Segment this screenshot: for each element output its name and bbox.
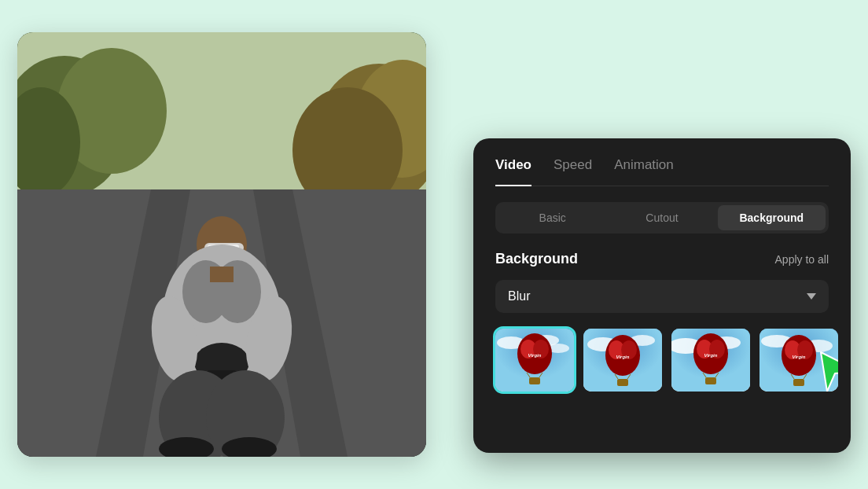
svg-marker-69	[821, 352, 838, 392]
svg-text:Virgin: Virgin	[793, 355, 806, 359]
thumbnail-1[interactable]: Virgin	[495, 329, 574, 392]
balloon-svg-3: Virgin	[671, 329, 750, 392]
balloon-svg-1: Virgin	[495, 329, 574, 392]
sub-tab-background[interactable]: Background	[718, 205, 826, 230]
balloon-svg-2: Virgin	[583, 329, 662, 392]
sub-tab-basic[interactable]: Basic	[498, 205, 606, 230]
svg-rect-48	[617, 379, 628, 386]
thumbnail-3[interactable]: Virgin	[671, 329, 750, 392]
thumbnail-2[interactable]: Virgin	[583, 329, 662, 392]
svg-rect-38	[529, 377, 540, 384]
apply-all-link[interactable]: Apply to all	[775, 253, 829, 266]
tabs-row: Video Speed Animation	[495, 157, 829, 186]
dropdown-label: Blur	[508, 289, 530, 303]
section-header: Background Apply to all	[495, 251, 829, 267]
balloon-scene-3: Virgin	[671, 329, 750, 392]
svg-text:Virgin: Virgin	[616, 355, 630, 359]
svg-text:Virgin: Virgin	[704, 353, 718, 358]
cursor-arrow-icon	[813, 348, 838, 392]
chevron-down-icon	[807, 293, 816, 300]
svg-rect-27	[210, 267, 234, 282]
tab-speed[interactable]: Speed	[554, 157, 592, 178]
thumbnail-4[interactable]: Virgin	[760, 329, 838, 392]
tab-animation[interactable]: Animation	[614, 157, 674, 178]
scene-bg-svg	[17, 32, 426, 457]
thumbnails-row: Virgin	[495, 329, 829, 392]
svg-rect-58	[705, 377, 716, 384]
balloon-scene-2: Virgin	[583, 329, 662, 392]
sub-tabs-row: Basic Cutout Background	[495, 202, 829, 233]
background-image	[17, 32, 426, 457]
settings-panel: Video Speed Animation Basic Cutout Backg…	[473, 138, 851, 453]
section-title: Background	[495, 251, 578, 267]
svg-rect-68	[793, 379, 804, 386]
tab-video[interactable]: Video	[495, 157, 531, 178]
photo-card	[17, 32, 426, 457]
sub-tab-cutout[interactable]: Cutout	[608, 205, 715, 230]
main-container: Video Speed Animation Basic Cutout Backg…	[17, 20, 851, 469]
balloon-scene-1: Virgin	[495, 329, 574, 392]
svg-text:Virgin: Virgin	[528, 353, 542, 358]
blur-dropdown[interactable]: Blur	[495, 280, 829, 313]
